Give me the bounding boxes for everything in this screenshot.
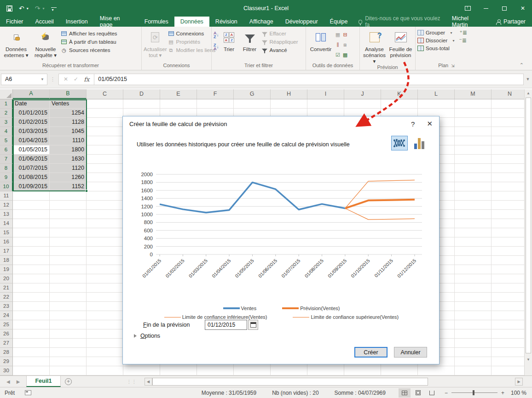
cell-N11[interactable] xyxy=(492,191,524,201)
cell-N10[interactable] xyxy=(492,182,524,191)
cell-M18[interactable] xyxy=(455,256,492,265)
name-box[interactable]: A6 ▼ xyxy=(1,74,47,85)
prev-sheet-icon[interactable]: ◀ xyxy=(6,379,10,384)
cell-C10[interactable] xyxy=(87,182,123,191)
cell-A18[interactable] xyxy=(13,256,50,265)
cell-N17[interactable] xyxy=(492,247,524,256)
column-header-H[interactable]: H xyxy=(271,89,307,99)
tab-developpeur[interactable]: Développeur xyxy=(279,17,324,27)
manage-data-model-icon[interactable]: ▩ xyxy=(342,52,348,58)
cell-A22[interactable] xyxy=(13,293,50,302)
cell-B24[interactable] xyxy=(50,311,87,320)
cell-M15[interactable] xyxy=(455,228,492,237)
recent-sources-button[interactable]: ◷Sources récentes xyxy=(61,47,117,53)
undo-dropdown-icon[interactable]: ▾ xyxy=(27,6,29,11)
forecast-end-input[interactable] xyxy=(205,320,247,330)
cell-C23[interactable] xyxy=(87,302,123,311)
cell-M4[interactable] xyxy=(455,127,492,136)
dialog-title-bar[interactable]: Créer la feuille de calcul de prévision … xyxy=(123,116,439,131)
row-header-3[interactable]: 3 xyxy=(0,118,13,127)
row-header-15[interactable]: 15 xyxy=(0,228,13,237)
tab-fichier[interactable]: Fichier xyxy=(0,17,29,27)
minimize-button[interactable] xyxy=(477,0,495,17)
cell-A12[interactable] xyxy=(13,201,50,210)
cell-M6[interactable] xyxy=(455,145,492,155)
cell-N2[interactable] xyxy=(492,109,524,118)
row-header-18[interactable]: 18 xyxy=(0,256,13,265)
save-icon[interactable] xyxy=(6,6,12,12)
row-header-12[interactable]: 12 xyxy=(0,201,13,210)
cell-I30[interactable] xyxy=(307,366,344,375)
cell-B10[interactable]: 1152 xyxy=(50,182,87,191)
row-header-6[interactable]: 6 xyxy=(0,145,13,155)
cell-A15[interactable] xyxy=(13,228,50,237)
cell-A16[interactable] xyxy=(13,237,50,247)
cell-C30[interactable] xyxy=(87,366,123,375)
remove-duplicates-icon[interactable]: ⫼ xyxy=(335,41,341,48)
zoom-level[interactable]: 100 % xyxy=(504,390,526,396)
cell-F30[interactable] xyxy=(197,366,234,375)
expand-formula-bar-icon[interactable]: ▼ xyxy=(524,77,532,81)
row-header-14[interactable]: 14 xyxy=(0,219,13,228)
scroll-up-icon[interactable]: ▲ xyxy=(525,89,532,97)
cell-G1[interactable] xyxy=(234,99,271,109)
cell-M9[interactable] xyxy=(455,173,492,182)
cell-C3[interactable] xyxy=(87,118,123,127)
new-query-button[interactable]: ⚡ Nouvelle requête ▾ xyxy=(31,29,60,58)
column-header-C[interactable]: C xyxy=(87,89,123,99)
cell-A9[interactable]: 01/08/2015 xyxy=(13,173,50,182)
cell-B9[interactable]: 1260 xyxy=(50,173,87,182)
row-header-29[interactable]: 29 xyxy=(0,357,13,366)
row-header-9[interactable]: 9 xyxy=(0,173,13,182)
cell-C12[interactable] xyxy=(87,201,123,210)
cell-B19[interactable] xyxy=(50,265,87,274)
cell-N29[interactable] xyxy=(492,357,524,366)
cell-B2[interactable]: 1254 xyxy=(50,109,87,118)
cell-N27[interactable] xyxy=(492,339,524,348)
cell-M28[interactable] xyxy=(455,348,492,357)
cell-F1[interactable] xyxy=(197,99,234,109)
cell-B1[interactable]: Ventes xyxy=(50,99,87,109)
formula-input[interactable]: 01/05/2015 xyxy=(94,74,524,85)
column-header-E[interactable]: E xyxy=(160,89,197,99)
cell-A8[interactable]: 01/07/2015 xyxy=(13,164,50,173)
consolidate-icon[interactable]: ⊟ xyxy=(342,31,348,38)
cell-B4[interactable]: 1045 xyxy=(50,127,87,136)
cell-N6[interactable] xyxy=(492,145,524,155)
show-queries-button[interactable]: Afficher les requêtes xyxy=(61,30,117,37)
cell-M3[interactable] xyxy=(455,118,492,127)
cell-N21[interactable] xyxy=(492,283,524,293)
cell-C5[interactable] xyxy=(87,136,123,145)
tab-mise-en-page[interactable]: Mise en page xyxy=(94,17,139,27)
cell-B26[interactable] xyxy=(50,329,87,339)
row-header-5[interactable]: 5 xyxy=(0,136,13,145)
sort-za-button[interactable]: ZA↓ xyxy=(214,43,219,51)
close-button[interactable]: ✕ xyxy=(514,0,532,17)
cell-J30[interactable] xyxy=(344,366,381,375)
cell-B14[interactable] xyxy=(50,219,87,228)
row-header-7[interactable]: 7 xyxy=(0,155,13,164)
cell-M12[interactable] xyxy=(455,201,492,210)
row-header-2[interactable]: 2 xyxy=(0,109,13,118)
row-header-26[interactable]: 26 xyxy=(0,329,13,339)
row-header-28[interactable]: 28 xyxy=(0,348,13,357)
signed-in-user[interactable]: Michel Martin xyxy=(446,17,490,27)
date-picker-button[interactable] xyxy=(248,320,258,330)
scroll-down-icon[interactable]: ▼ xyxy=(525,356,532,363)
share-button[interactable]: Partager xyxy=(490,17,532,27)
row-header-8[interactable]: 8 xyxy=(0,164,13,173)
cell-A20[interactable] xyxy=(13,274,50,283)
group-button[interactable]: Grouper ▾⁺≣ xyxy=(417,29,467,36)
what-if-button[interactable]: Analyse scénarios ▾ xyxy=(362,29,387,64)
cell-N12[interactable] xyxy=(492,201,524,210)
cell-B22[interactable] xyxy=(50,293,87,302)
advanced-filter-button[interactable]: Avancé xyxy=(261,47,298,53)
cell-D30[interactable] xyxy=(123,366,160,375)
cell-H30[interactable] xyxy=(271,366,307,375)
horizontal-scrollbar[interactable]: ◀ ▶ xyxy=(145,376,532,387)
cell-M17[interactable] xyxy=(455,247,492,256)
cell-A25[interactable] xyxy=(13,320,50,329)
cell-A11[interactable] xyxy=(13,191,50,201)
row-header-24[interactable]: 24 xyxy=(0,311,13,320)
ungroup-button[interactable]: Dissocier ▾⁻≣ xyxy=(417,37,467,44)
